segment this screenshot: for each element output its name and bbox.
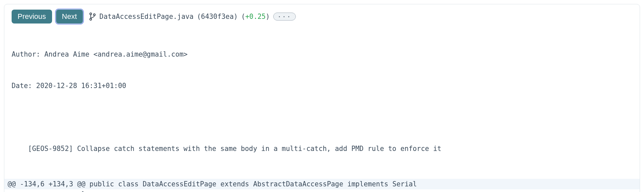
svg-point-0 <box>90 13 92 15</box>
more-button[interactable]: ··· <box>273 13 296 21</box>
svg-point-1 <box>90 19 92 21</box>
previous-button[interactable]: Previous <box>12 10 52 24</box>
date-line: Date: 2020-12-28 16:31+01:00 <box>12 81 632 91</box>
git-branch-icon <box>89 12 96 21</box>
next-button[interactable]: Next <box>56 10 83 24</box>
commit-message: [GEOS-9852] Collapse catch statements wi… <box>12 144 632 154</box>
filename: DataAccessEditPage.java <box>99 13 194 21</box>
commit-hash: (6430f3ea) <box>197 13 238 21</box>
coverage-delta: (+0.25) <box>241 13 270 21</box>
diff-line-ctx: } <box>4 189 640 192</box>
diff-card: Previous Next DataAccessEditPage.java (6… <box>4 4 640 192</box>
toolbar: Previous Next DataAccessEditPage.java (6… <box>12 10 632 24</box>
author-line: Author: Andrea Aime <andrea.aime@gmail.c… <box>12 49 632 60</box>
commit-meta: Author: Andrea Aime <andrea.aime@gmail.c… <box>12 28 632 175</box>
commit-title: DataAccessEditPage.java (6430f3ea) (+0.2… <box>87 12 296 21</box>
hunk-header: @@ -134,6 +134,3 @@ public class DataAcc… <box>4 179 640 189</box>
diff-body: }- } catch (IOException e) {- LOGGER.log… <box>4 189 640 192</box>
svg-point-2 <box>94 14 96 16</box>
diff-header: Previous Next DataAccessEditPage.java (6… <box>4 4 640 179</box>
